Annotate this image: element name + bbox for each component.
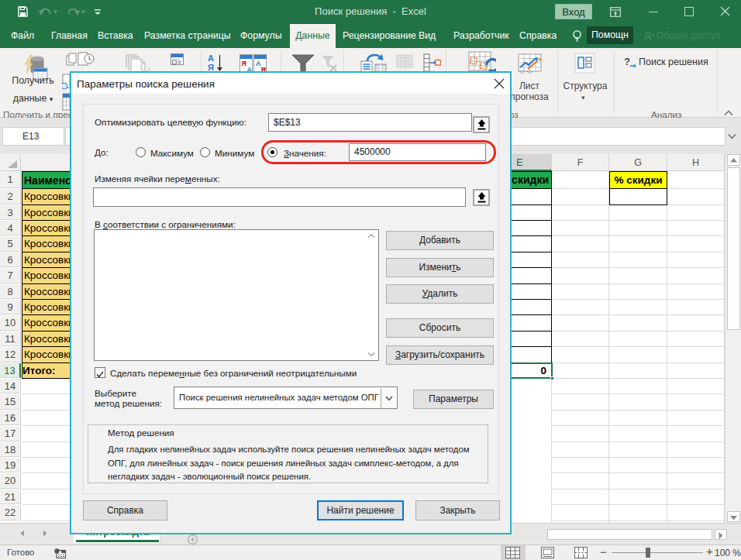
svg-text:?: ? [624,56,630,67]
svg-text:А: А [208,53,214,63]
svg-text:Я: Я [242,60,246,67]
